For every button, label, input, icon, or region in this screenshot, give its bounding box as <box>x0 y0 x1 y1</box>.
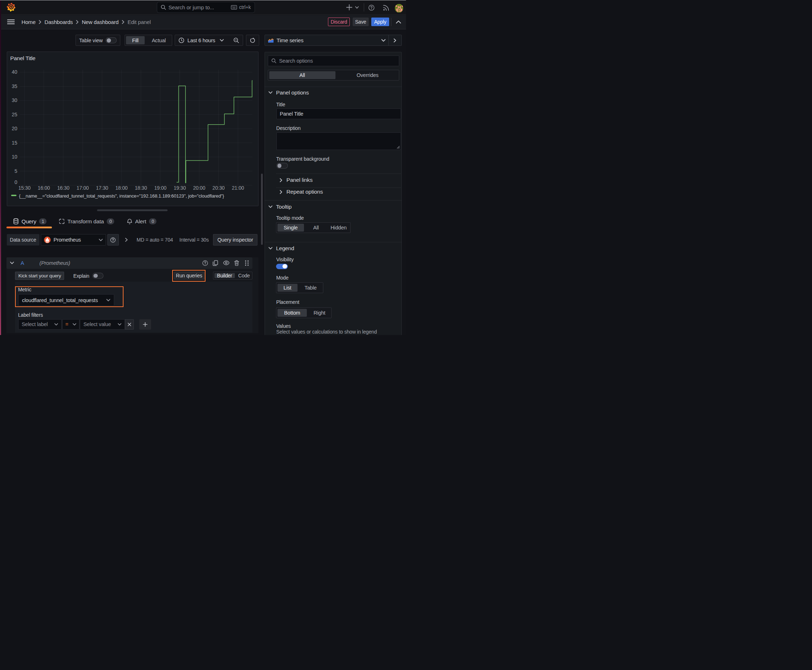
svg-text:19:00: 19:00 <box>154 185 166 190</box>
svg-text:10: 10 <box>12 154 17 160</box>
svg-text:16:30: 16:30 <box>57 185 70 190</box>
svg-text:17:30: 17:30 <box>96 185 108 190</box>
svg-text:20: 20 <box>12 126 17 131</box>
svg-text:40: 40 <box>12 69 17 75</box>
svg-text:15:30: 15:30 <box>18 185 31 190</box>
svg-text:18:30: 18:30 <box>135 185 147 190</box>
svg-text:16:00: 16:00 <box>37 185 50 190</box>
svg-text:20:00: 20:00 <box>193 185 205 190</box>
svg-text:20:30: 20:30 <box>212 185 225 190</box>
svg-text:15: 15 <box>12 140 17 146</box>
svg-text:25: 25 <box>12 111 17 117</box>
svg-text:35: 35 <box>12 83 17 89</box>
svg-text:21:00: 21:00 <box>232 185 244 190</box>
svg-text:30: 30 <box>12 97 17 103</box>
svg-text:0: 0 <box>14 179 17 185</box>
svg-text:5: 5 <box>14 168 17 174</box>
svg-text:19:30: 19:30 <box>174 185 186 190</box>
svg-text:18:00: 18:00 <box>115 185 128 190</box>
svg-text:17:00: 17:00 <box>76 185 89 190</box>
